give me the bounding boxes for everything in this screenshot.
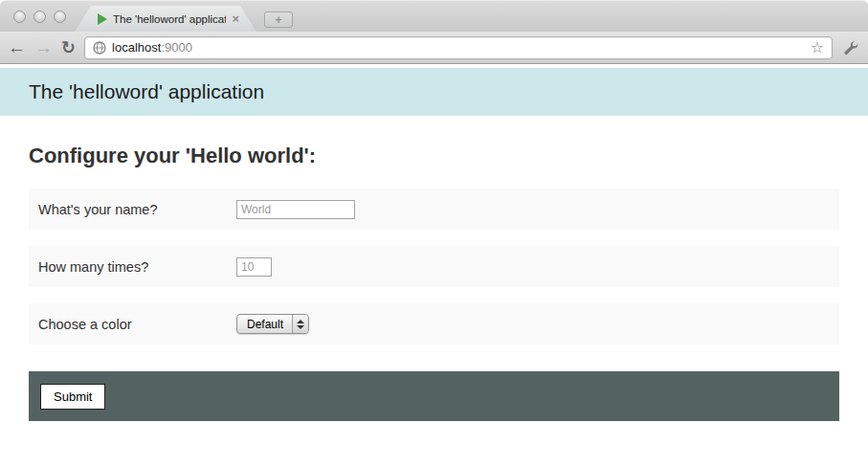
- browser-window: The 'helloword' application × + ← → ↻ lo…: [0, 0, 868, 467]
- tab-title: The 'helloword' application: [113, 13, 226, 25]
- url-text[interactable]: localhost:9000: [112, 40, 805, 55]
- forward-button: →: [34, 38, 53, 56]
- select-stepper-icon: [292, 315, 308, 333]
- browser-toolbar: ← → ↻ localhost:9000 ☆: [0, 32, 868, 64]
- times-label: How many times?: [38, 259, 236, 275]
- main-content: Configure your 'Hello world': What's you…: [0, 144, 868, 421]
- reload-button[interactable]: ↻: [61, 39, 76, 56]
- form-row-name: What's your name?: [29, 189, 839, 230]
- color-select-value: Default: [237, 315, 292, 333]
- plus-icon: +: [275, 14, 281, 26]
- hello-config-form: What's your name? How many times? Choose…: [29, 189, 839, 421]
- wrench-menu-icon[interactable]: [841, 39, 858, 56]
- tab-close-icon[interactable]: ×: [232, 12, 239, 25]
- form-row-color: Choose a color Default: [29, 303, 839, 345]
- url-host: localhost: [112, 40, 161, 55]
- name-label: What's your name?: [38, 202, 236, 217]
- name-input[interactable]: [236, 200, 355, 219]
- play-favicon-icon: [98, 13, 107, 25]
- window-minimize-button[interactable]: [33, 11, 46, 23]
- bookmark-star-icon[interactable]: ☆: [811, 40, 824, 56]
- app-header-title: The 'helloword' application: [29, 80, 264, 103]
- submit-bar: Submit: [29, 371, 839, 421]
- submit-button[interactable]: Submit: [40, 384, 105, 410]
- color-label: Choose a color: [38, 317, 236, 332]
- url-port: :9000: [161, 40, 192, 55]
- times-input[interactable]: [236, 257, 272, 277]
- address-bar[interactable]: localhost:9000 ☆: [84, 36, 833, 59]
- page-title: Configure your 'Hello world':: [29, 144, 839, 168]
- new-tab-button[interactable]: +: [264, 11, 293, 28]
- window-controls: [13, 11, 66, 23]
- app-header: The 'helloword' application: [0, 68, 868, 116]
- globe-icon: [93, 41, 106, 55]
- window-zoom-button[interactable]: [54, 11, 66, 23]
- browser-tab[interactable]: The 'helloword' application ×: [75, 6, 256, 32]
- page-content: The 'helloword' application Configure yo…: [0, 68, 868, 467]
- window-close-button[interactable]: [13, 11, 26, 23]
- tab-strip: The 'helloword' application × +: [0, 0, 868, 32]
- back-button[interactable]: ←: [8, 38, 26, 56]
- color-select[interactable]: Default: [236, 314, 309, 334]
- form-row-times: How many times?: [29, 246, 839, 287]
